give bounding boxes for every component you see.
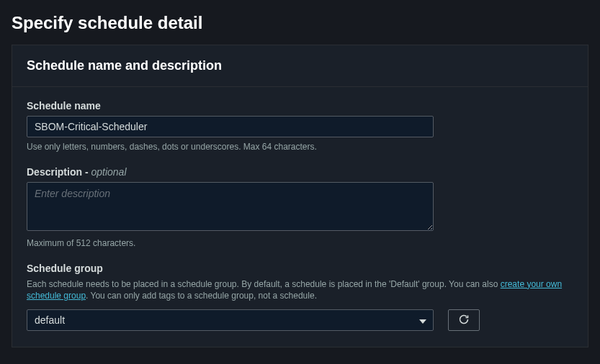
panel-header-title: Schedule name and description (27, 58, 573, 73)
schedule-group-label: Schedule group (27, 263, 573, 274)
page-title: Specify schedule detail (0, 0, 600, 45)
schedule-name-label: Schedule name (27, 100, 573, 112)
schedule-group-hint-prefix: Each schedule needs to be placed in a sc… (27, 279, 501, 289)
schedule-group-select[interactable]: default (27, 309, 434, 331)
schedule-group-hint: Each schedule needs to be placed in a sc… (27, 278, 573, 303)
description-optional-text: optional (91, 166, 126, 178)
schedule-group-select-wrapper: default (27, 309, 434, 331)
refresh-button[interactable] (448, 309, 480, 331)
panel-body: Schedule name Use only letters, numbers,… (12, 87, 588, 347)
schedule-group-hint-suffix: . You can only add tags to a schedule gr… (86, 291, 317, 301)
schedule-group-field: Schedule group Each schedule needs to be… (27, 263, 573, 332)
schedule-name-field: Schedule name Use only letters, numbers,… (27, 100, 573, 153)
schedule-name-input[interactable] (27, 116, 434, 137)
description-label-text: Description - (27, 166, 91, 178)
description-label: Description - optional (27, 166, 573, 178)
description-hint: Maximum of 512 characters. (27, 237, 573, 250)
schedule-name-hint: Use only letters, numbers, dashes, dots … (27, 141, 573, 153)
description-field: Description - optional Maximum of 512 ch… (27, 166, 573, 250)
refresh-icon (458, 314, 470, 327)
schedule-name-description-panel: Schedule name and description Schedule n… (12, 45, 588, 347)
description-input[interactable] (27, 182, 434, 231)
panel-header: Schedule name and description (12, 45, 588, 87)
